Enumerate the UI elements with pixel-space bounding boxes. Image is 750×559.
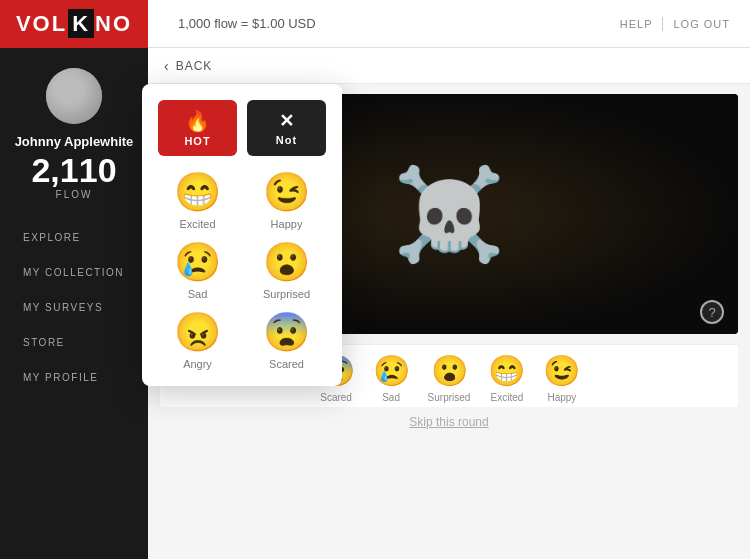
sad-label: Sad bbox=[382, 392, 400, 403]
popup-emotion-surprised[interactable]: 😮 Surprised bbox=[247, 240, 326, 300]
logo-no: NO bbox=[95, 11, 132, 36]
logout-link[interactable]: LOG OUT bbox=[673, 18, 730, 30]
scared-label: Scared bbox=[320, 392, 352, 403]
logo-k: K bbox=[68, 9, 94, 38]
video-skull-emoji: ☠️ bbox=[393, 162, 505, 267]
sidebar-item-explore[interactable]: EXPLORE bbox=[0, 220, 148, 255]
help-link[interactable]: HELP bbox=[620, 18, 653, 30]
header: VOLKNO 1,000 flow = $1.00 USD HELP LOG O… bbox=[0, 0, 750, 48]
popup-scared-emoji: 😨 bbox=[263, 310, 310, 354]
fire-icon: 🔥 bbox=[185, 109, 210, 133]
sidebar-item-my-surveys[interactable]: MY SURVEYS bbox=[0, 290, 148, 325]
popup-surprised-emoji: 😮 bbox=[263, 240, 310, 284]
back-arrow-icon: ‹ bbox=[164, 58, 170, 74]
not-button[interactable]: ✕ Not bbox=[247, 100, 326, 156]
emotion-popup: 🔥 HOT ✕ Not 😁 Excited 😉 Happy 😢 Sad bbox=[142, 84, 342, 386]
popup-sad-emoji: 😢 bbox=[174, 240, 221, 284]
header-links: HELP LOG OUT bbox=[620, 17, 730, 31]
back-label: BACK bbox=[176, 59, 213, 73]
popup-emotion-happy[interactable]: 😉 Happy bbox=[247, 170, 326, 230]
header-divider bbox=[662, 17, 663, 31]
happy-label: Happy bbox=[547, 392, 576, 403]
back-bar: ‹ BACK bbox=[148, 48, 750, 84]
hot-button[interactable]: 🔥 HOT bbox=[158, 100, 237, 156]
logo: VOLKNO bbox=[0, 0, 148, 48]
user-flow-amount: 2,110 bbox=[31, 153, 116, 187]
sidebar-item-store[interactable]: STORE bbox=[0, 325, 148, 360]
popup-top-buttons: 🔥 HOT ✕ Not bbox=[158, 100, 326, 156]
x-icon: ✕ bbox=[279, 110, 294, 132]
avatar bbox=[46, 68, 102, 124]
excited-emoji: 😁 bbox=[488, 353, 525, 388]
surprised-label: Surprised bbox=[428, 392, 471, 403]
sidebar-item-my-profile[interactable]: MY PROFILE bbox=[0, 360, 148, 395]
popup-emotion-angry[interactable]: 😠 Angry bbox=[158, 310, 237, 370]
sidebar-nav: EXPLORE MY COLLECTION MY SURVEYS STORE M… bbox=[0, 220, 148, 395]
popup-emotion-excited[interactable]: 😁 Excited bbox=[158, 170, 237, 230]
popup-excited-emoji: 😁 bbox=[174, 170, 221, 214]
back-button[interactable]: ‹ BACK bbox=[164, 58, 212, 74]
question-icon[interactable]: ? bbox=[700, 300, 724, 324]
popup-sad-label: Sad bbox=[188, 288, 208, 300]
popup-emotion-sad[interactable]: 😢 Sad bbox=[158, 240, 237, 300]
sidebar-item-my-collection[interactable]: MY COLLECTION bbox=[0, 255, 148, 290]
surprised-emoji: 😮 bbox=[431, 353, 468, 388]
emotion-item-sad[interactable]: 😢 Sad bbox=[373, 353, 410, 403]
popup-happy-emoji: 😉 bbox=[263, 170, 310, 214]
popup-emotions-grid: 😁 Excited 😉 Happy 😢 Sad 😮 Surprised 😠 An… bbox=[158, 170, 326, 370]
popup-happy-label: Happy bbox=[271, 218, 303, 230]
popup-emotion-scared[interactable]: 😨 Scared bbox=[247, 310, 326, 370]
rate-label: 1,000 flow = $1.00 USD bbox=[178, 16, 316, 31]
emotion-item-happy[interactable]: 😉 Happy bbox=[543, 353, 580, 403]
popup-surprised-label: Surprised bbox=[263, 288, 310, 300]
popup-scared-label: Scared bbox=[269, 358, 304, 370]
emotion-item-excited[interactable]: 😁 Excited bbox=[488, 353, 525, 403]
sidebar: Johnny Applewhite 2,110 FLOW EXPLORE MY … bbox=[0, 48, 148, 559]
skip-round-button[interactable]: Skip this round bbox=[148, 407, 750, 437]
popup-angry-emoji: 😠 bbox=[174, 310, 221, 354]
header-left: VOLKNO 1,000 flow = $1.00 USD bbox=[0, 0, 316, 48]
popup-angry-label: Angry bbox=[183, 358, 212, 370]
not-label: Not bbox=[276, 134, 297, 146]
avatar-image bbox=[46, 68, 102, 124]
user-flow-label: FLOW bbox=[56, 189, 93, 200]
hot-label: HOT bbox=[184, 135, 210, 147]
emotion-item-surprised[interactable]: 😮 Surprised bbox=[428, 353, 471, 403]
popup-excited-label: Excited bbox=[179, 218, 215, 230]
excited-label: Excited bbox=[491, 392, 524, 403]
logo-text: VOLKNO bbox=[16, 11, 132, 37]
user-name: Johnny Applewhite bbox=[15, 134, 134, 149]
sad-emoji: 😢 bbox=[373, 353, 410, 388]
happy-emoji: 😉 bbox=[543, 353, 580, 388]
logo-vol: VOL bbox=[16, 11, 67, 36]
